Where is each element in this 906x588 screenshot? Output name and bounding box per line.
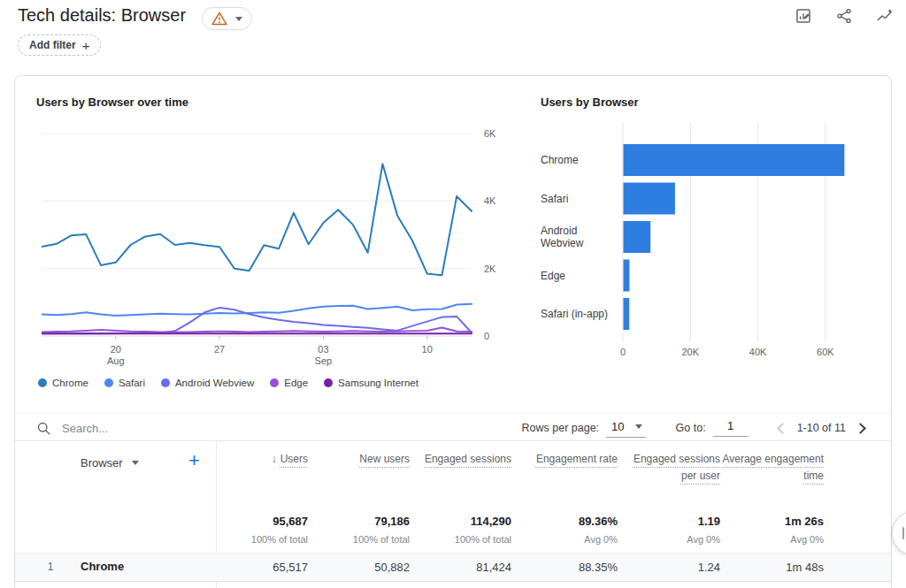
table-search — [36, 416, 311, 439]
line-series-chrome — [42, 164, 472, 275]
bar-android-webview — [624, 221, 651, 253]
legend-item-safari: Safari — [104, 378, 145, 388]
bar-label-edge: Edge — [541, 260, 615, 292]
totals-value-users: 95,687 — [206, 515, 308, 528]
bar-label-android-webview: Android Webview — [541, 221, 615, 253]
plus-icon — [82, 38, 90, 53]
legend-item-edge: Edge — [270, 378, 308, 388]
column-header-label: Engaged sessions — [425, 453, 511, 465]
chevron-down-icon — [235, 17, 242, 21]
legend-label: Samsung Internet — [338, 378, 418, 388]
column-header-engaged-sessions-per-user[interactable]: Engaged sessions per user — [618, 451, 720, 485]
chevron-left-icon — [777, 423, 788, 434]
svg-text:Sep: Sep — [315, 355, 333, 366]
svg-text:4K: 4K — [484, 195, 496, 206]
previous-page-button[interactable] — [770, 424, 795, 432]
row-cell-engaged-sessions: 81,424 — [410, 561, 511, 574]
legend-label: Android Webview — [175, 378, 254, 388]
totals-value-engagement-rate: 89.36% — [516, 515, 618, 528]
warning-icon — [211, 11, 227, 26]
search-input[interactable] — [60, 421, 311, 436]
users-by-browser-chart: 020K40K60K — [614, 120, 892, 359]
rows-per-page-label: Rows per page: — [522, 422, 600, 434]
column-header-label: Average engagement time — [722, 453, 824, 482]
pagination-range: 1-10 of 11 — [797, 422, 846, 434]
bar-safari-in-app — [624, 298, 630, 330]
chevron-down-icon — [132, 461, 139, 465]
column-header-engagement-rate[interactable]: Engagement rate — [516, 451, 618, 468]
report-card: Users by Browser over time Users by Brow… — [14, 75, 892, 588]
column-header-engaged-sessions[interactable]: Engaged sessions — [410, 451, 511, 468]
totals-subtext: Avg 0% — [618, 534, 720, 545]
row-cell-engaged-sessions-per-user: 1.24 — [618, 561, 720, 574]
chevron-right-icon — [855, 423, 866, 434]
goto-label: Go to: — [676, 422, 706, 434]
pagination: Rows per page: 10 Go to: 1 1-10 of 11 — [522, 416, 873, 439]
column-header-label: Users — [280, 453, 308, 465]
column-header-new-users[interactable]: New users — [308, 451, 410, 468]
row-dimension-value: Chrome — [81, 560, 124, 573]
totals-subtext: 100% of total — [410, 534, 511, 545]
customize-report-icon[interactable] — [795, 7, 812, 25]
svg-text:20: 20 — [111, 344, 121, 355]
legend-item-samsung-internet: Samsung Internet — [324, 378, 418, 388]
add-filter-button[interactable]: Add filter — [18, 34, 101, 56]
svg-text:60K: 60K — [817, 347, 834, 357]
svg-text:Aug: Aug — [107, 355, 125, 366]
row-cell-new-users: 50,882 — [308, 561, 410, 574]
next-page-button[interactable] — [848, 424, 873, 432]
totals-value-engaged-sessions: 114,290 — [410, 515, 511, 528]
legend-dot — [38, 378, 47, 387]
svg-text:40K: 40K — [749, 347, 767, 357]
legend-label: Edge — [284, 378, 308, 388]
bar-chart-title: Users by Browser — [541, 95, 639, 109]
add-dimension-button[interactable] — [188, 451, 200, 470]
share-icon[interactable] — [835, 7, 853, 25]
svg-text:6K: 6K — [484, 128, 496, 139]
row-index: 1 — [42, 561, 59, 573]
divider — [15, 412, 891, 413]
column-header-label: Engaged sessions per user — [633, 453, 720, 482]
insights-icon[interactable] — [876, 7, 894, 25]
column-header-label: Engagement rate — [536, 453, 618, 465]
legend-item-chrome: Chrome — [38, 378, 88, 388]
side-panel-handle[interactable] — [892, 511, 906, 555]
totals-value-new-users: 79,186 — [308, 515, 410, 528]
row-cell-users: 65,517 — [206, 561, 308, 574]
rows-per-page-select[interactable]: 10 — [606, 418, 645, 438]
svg-text:0: 0 — [484, 331, 489, 341]
drag-handle-icon — [902, 527, 904, 539]
bar-label-safari: Safari — [541, 183, 615, 215]
svg-text:20K: 20K — [682, 347, 700, 357]
dimension-header-label: Browser — [81, 456, 123, 470]
svg-text:2K: 2K — [484, 263, 496, 274]
row-cell-engagement-rate: 88.35% — [516, 561, 618, 574]
column-header-label: New users — [359, 453, 410, 465]
header-actions — [795, 7, 894, 25]
chart-legend: ChromeSafariAndroid WebviewEdgeSamsung I… — [38, 378, 418, 388]
users-over-time-chart: 02K4K6K20Aug2703Sep10 — [42, 120, 502, 372]
svg-text:0: 0 — [620, 347, 626, 357]
add-filter-label: Add filter — [29, 39, 76, 51]
column-header-users[interactable]: Users — [206, 451, 308, 468]
column-header-average-engagement-time[interactable]: Average engagement time — [722, 451, 824, 485]
totals-subtext: Avg 0% — [722, 534, 824, 545]
legend-label: Safari — [119, 378, 145, 388]
data-quality-dropdown[interactable] — [202, 7, 252, 30]
legend-dot — [270, 378, 279, 387]
page-title: Tech details: Browser — [18, 5, 186, 26]
chevron-down-icon — [635, 424, 642, 429]
row-cell-average-engagement-time: 1m 48s — [722, 561, 824, 574]
bar-label-chrome: Chrome — [541, 144, 615, 176]
totals-subtext: 100% of total — [206, 534, 308, 545]
totals-subtext: 100% of total — [308, 534, 410, 545]
legend-item-android-webview: Android Webview — [161, 378, 254, 388]
legend-dot — [324, 378, 333, 387]
line-chart-title: Users by Browser over time — [36, 95, 188, 109]
dimension-header-browser[interactable]: Browser — [81, 456, 139, 470]
goto-page-input[interactable]: 1 — [713, 419, 749, 437]
table-header-divider — [15, 440, 891, 441]
bar-edge — [624, 260, 630, 292]
totals-value-engaged-sessions-per-user: 1.19 — [618, 515, 720, 528]
totals-subtext: Avg 0% — [516, 534, 618, 545]
